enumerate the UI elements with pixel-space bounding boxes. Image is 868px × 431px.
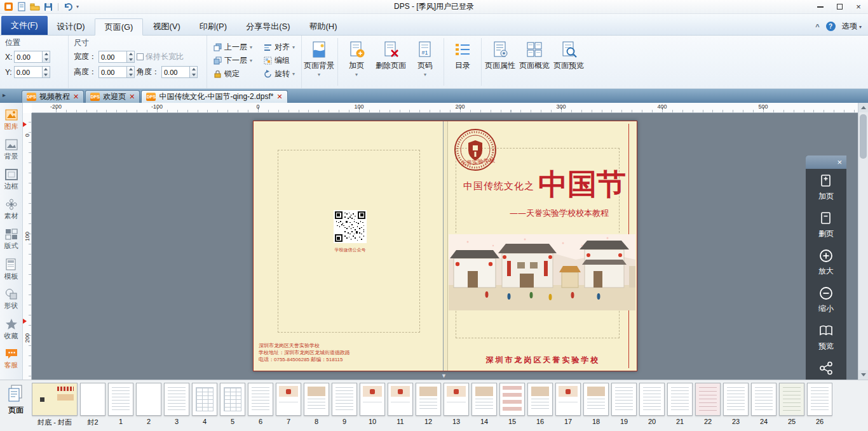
collapse-ribbon-icon[interactable]: ^ (815, 23, 819, 30)
thumbnail-preview[interactable] (751, 383, 776, 416)
width-spinner[interactable] (126, 51, 135, 63)
group-button[interactable]: 编组 (262, 54, 296, 67)
menu-tab[interactable]: 文件(F) (1, 16, 48, 35)
page-thumbnail[interactable]: 23 (723, 383, 749, 427)
menu-tab[interactable]: 分享导出(S) (236, 18, 299, 35)
undo-icon[interactable] (63, 2, 73, 12)
app-logo-icon[interactable] (3, 2, 13, 12)
thumbnail-preview[interactable] (723, 383, 749, 416)
thumbnail-preview[interactable] (444, 383, 469, 416)
close-button[interactable]: × (849, 0, 868, 13)
cover-subtitle[interactable]: ——天誉实验学校校本教程 (486, 208, 632, 219)
school-contact-info[interactable]: 深圳市龙岗区天誉实验学校 学校地址：深圳市龙岗区龙城街道德政路 电话：0755-… (259, 342, 350, 363)
thumbnail-preview[interactable] (471, 383, 497, 416)
document-tab[interactable]: DPS 中国传统文化-中国节-qing-2.dpsf* ✕ (141, 90, 287, 103)
page-thumbnail[interactable]: 17 (555, 383, 581, 427)
angle-input[interactable] (161, 66, 189, 78)
sidebar-item-gallery[interactable]: 图库 (0, 105, 23, 135)
panel-zoom-in-button[interactable]: 放大 (806, 244, 846, 281)
page-thumbnail[interactable]: 26 (807, 383, 832, 427)
thumbnail-preview[interactable] (108, 383, 133, 416)
page-thumbnail[interactable]: 25 (779, 383, 804, 427)
menu-tab[interactable]: 印刷(P) (190, 18, 236, 35)
page-number-button[interactable]: #1 页码 ▾ (408, 36, 442, 88)
ruler-guide-marker[interactable] (23, 122, 27, 127)
sidebar-item-shapes[interactable]: 形状 (0, 284, 23, 314)
thumbnail-preview[interactable] (220, 383, 245, 416)
ruler-guide-marker[interactable] (23, 319, 27, 324)
page-thumbnail[interactable]: 4 (192, 383, 217, 427)
page-thumbnail[interactable]: 16 (527, 383, 553, 427)
thumbnail-preview[interactable] (611, 383, 637, 416)
page-thumbnail[interactable]: 1 (108, 383, 133, 427)
menu-tab[interactable]: 页面(G) (95, 18, 144, 36)
page-thumbnail[interactable]: 3 (164, 383, 189, 427)
angle-spinner[interactable] (189, 66, 198, 78)
qr-caption[interactable]: 学校微信公众号 (315, 247, 386, 253)
thumbnail-preview[interactable] (499, 383, 525, 416)
sidebar-item-favorites[interactable]: 收藏 (0, 314, 23, 344)
sidebar-item-assets[interactable]: 素材 (0, 195, 23, 225)
thumbnail-preview[interactable] (388, 383, 413, 416)
page-thumbnail[interactable]: 封底 - 封面 (32, 383, 78, 427)
scroll-down-button[interactable] (858, 370, 868, 380)
document-tab[interactable]: DPS 视频教程 ✕ (22, 90, 84, 103)
panel-zoom-out-button[interactable]: 缩小 (806, 281, 846, 319)
menu-tab[interactable]: 视图(V) (143, 18, 189, 35)
open-folder-icon[interactable] (30, 2, 40, 12)
page-thumbnail[interactable]: 7 (276, 383, 301, 427)
options-button[interactable]: 选项 ▾ (842, 21, 862, 32)
thumbnail-preview[interactable] (192, 383, 217, 416)
cover-title-block[interactable]: 中国传统文化之 中国节 (463, 169, 634, 199)
page-thumbnail[interactable]: 14 (471, 383, 497, 427)
y-input[interactable] (14, 66, 42, 78)
thumbnail-preview[interactable] (416, 383, 441, 416)
width-input[interactable] (98, 51, 126, 63)
sidebar-item-background[interactable]: 背景 (0, 135, 23, 165)
street-scene-illustration[interactable] (449, 234, 635, 310)
thumbnail-preview[interactable] (32, 383, 78, 416)
rotate-button[interactable]: 旋转▾ (262, 67, 296, 81)
front-cover-page[interactable]: 天誉实验学校 中国传统文化之 中国节 ——天誉实验学校校本教程 (448, 121, 638, 371)
thumbnail-preview[interactable] (667, 383, 693, 416)
document-spread[interactable]: 学校微信公众号 深圳市龙岗区天誉实验学校 学校地址：深圳市龙岗区龙城街道德政路 … (253, 121, 637, 371)
page-background-button[interactable]: 页面背景 ▾ (302, 36, 336, 88)
sidebar-item-border[interactable]: 边框 (0, 165, 23, 195)
maximize-button[interactable] (830, 0, 849, 13)
page-thumbnail[interactable]: 11 (388, 383, 413, 427)
height-input[interactable] (98, 66, 126, 78)
delete-page-button[interactable]: 删除页面 (374, 36, 408, 88)
sidebar-item-template[interactable]: 模板 (0, 255, 23, 284)
page-thumbnail[interactable]: 封2 (80, 383, 105, 427)
page-thumbnail[interactable]: 20 (639, 383, 665, 427)
page-thumbnail[interactable]: 9 (332, 383, 357, 427)
thumbnail-preview[interactable] (527, 383, 553, 416)
chevron-down-icon[interactable]: ▼ (441, 373, 447, 379)
sidebar-item-support[interactable]: 客服 (0, 344, 23, 374)
tab-close-icon[interactable]: ✕ (276, 93, 282, 100)
thumbnail-preview[interactable] (248, 383, 273, 416)
keep-ratio-checkbox[interactable] (137, 53, 144, 60)
page-thumbnail[interactable]: 19 (611, 383, 637, 427)
vertical-scrollbar[interactable] (858, 103, 868, 380)
panel-delete-page-button[interactable]: 删页 (806, 206, 846, 244)
thumbnail-preview[interactable] (360, 383, 385, 416)
tab-close-icon[interactable]: ✕ (73, 93, 79, 100)
thumbnail-preview[interactable] (276, 383, 301, 416)
page-thumbnail[interactable]: 5 (220, 383, 245, 427)
thumbnail-preview[interactable] (555, 383, 581, 416)
page-preview-button[interactable]: 页面预览 (552, 36, 586, 88)
minimize-button[interactable] (811, 0, 830, 13)
page-thumbnail[interactable]: 21 (667, 383, 693, 427)
document-tab[interactable]: DPS 欢迎页 ✕ (85, 90, 140, 103)
thumbnail-preview[interactable] (639, 383, 665, 416)
quickaccess-dropdown-icon[interactable]: ▾ (76, 4, 79, 10)
page-thumbnail[interactable]: 22 (695, 383, 721, 427)
qr-code[interactable] (334, 210, 367, 243)
thumbnail-preview[interactable] (136, 383, 161, 416)
thumbnail-preview[interactable] (164, 383, 189, 416)
x-input[interactable] (14, 51, 42, 63)
toc-button[interactable]: 目录 (445, 36, 480, 88)
page-thumbnail[interactable]: 15 (499, 383, 525, 427)
page-thumbnail[interactable]: 6 (248, 383, 273, 427)
